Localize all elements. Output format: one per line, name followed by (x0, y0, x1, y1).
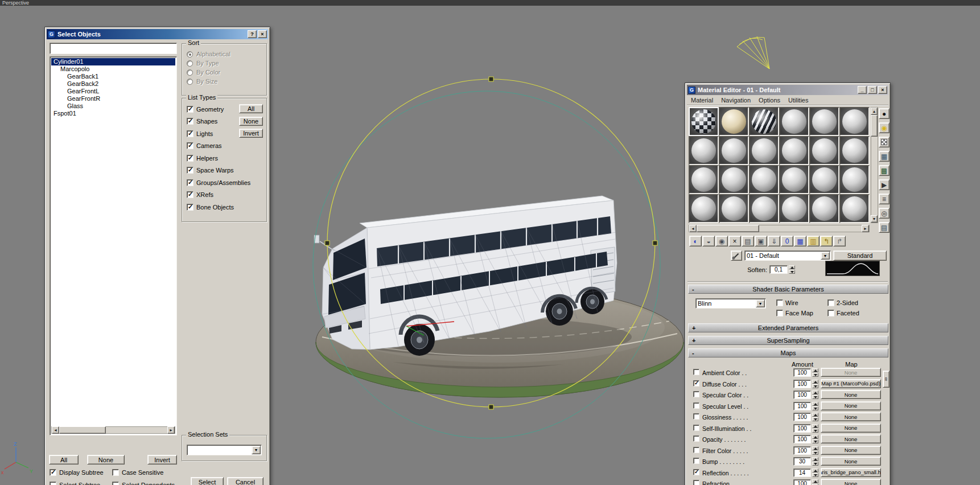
checkbox-case-sensitive[interactable] (112, 469, 119, 476)
radio-by-size[interactable] (187, 79, 193, 85)
spin-up-icon[interactable] (812, 380, 818, 384)
object-list[interactable]: Cylinder01MarcopoloGearBack1GearBack2Gea… (50, 56, 177, 435)
checkbox-map-diffuse-color[interactable] (693, 380, 699, 387)
spin-down-icon[interactable] (812, 473, 818, 477)
spin-down-icon[interactable] (812, 429, 818, 433)
all-button[interactable]: All (239, 104, 263, 113)
checkbox-map-glossiness[interactable] (693, 413, 699, 420)
map-button-bump[interactable]: None (821, 457, 881, 466)
spin-up-icon[interactable] (812, 457, 818, 461)
checkbox-map-refraction[interactable] (693, 480, 699, 485)
sort-option-by-type[interactable]: By Type (187, 59, 264, 68)
checkbox-cameras[interactable] (187, 142, 193, 149)
sort-option-by-color[interactable]: By Color (187, 68, 264, 77)
checkbox-helpers[interactable] (187, 155, 193, 162)
spin-down-icon[interactable] (812, 395, 818, 399)
selection-sets-dropdown[interactable]: ▼ (187, 445, 262, 455)
spin-up-icon[interactable] (812, 402, 818, 406)
checkbox-map-reflection[interactable] (693, 469, 699, 475)
value-spinner[interactable] (812, 402, 818, 410)
spin-up-icon[interactable] (812, 368, 818, 372)
spin-down-icon[interactable] (812, 451, 818, 455)
amount-field[interactable]: 100 (793, 413, 811, 421)
checkbox-select-dependents[interactable] (112, 482, 119, 485)
map-button-glossiness[interactable]: None (821, 412, 881, 421)
checkbox-geometry[interactable] (187, 106, 193, 113)
checkbox-select-subtree[interactable] (50, 482, 56, 485)
amount-field[interactable]: 100 (793, 479, 811, 485)
map-button-ambient-color[interactable]: None (821, 368, 881, 377)
all-button[interactable]: All (49, 455, 79, 465)
none-button[interactable]: None (87, 455, 125, 465)
sort-option-alphabetical[interactable]: Alphabetical (187, 50, 264, 59)
amount-field[interactable]: 100 (793, 391, 811, 399)
bus-model[interactable] (314, 196, 632, 356)
amount-field[interactable]: 100 (793, 446, 811, 455)
value-spinner[interactable] (812, 368, 818, 377)
list-item-gearfrontr[interactable]: GearFrontR (51, 95, 175, 102)
scrollbar-thumb[interactable] (59, 426, 106, 434)
ambient-diffuse-lock-icon[interactable]: ∞ (883, 371, 890, 388)
close-button[interactable]: × (258, 30, 267, 38)
none-button[interactable]: None (239, 117, 263, 126)
amount-field[interactable]: 100 (793, 402, 811, 410)
map-button-refraction[interactable]: None (821, 479, 881, 485)
value-spinner[interactable] (812, 468, 818, 477)
select-objects-dialog[interactable]: G Select Objects ? × Cylinder01Marcopolo… (44, 27, 270, 485)
radio-by-color[interactable] (187, 69, 193, 76)
value-spinner[interactable] (812, 380, 818, 388)
spin-up-icon[interactable] (812, 479, 818, 483)
checkbox-bone-objects[interactable] (187, 204, 193, 211)
checkbox-space-warps[interactable] (187, 167, 193, 174)
object-name-filter-input[interactable] (50, 43, 177, 54)
value-spinner[interactable] (812, 413, 818, 421)
chevron-down-icon[interactable]: ▼ (252, 446, 261, 454)
checkbox-groups-assemblies[interactable] (187, 179, 193, 186)
amount-field[interactable]: 14 (793, 468, 811, 477)
value-spinner[interactable] (812, 457, 818, 466)
checkbox-lights[interactable] (187, 130, 193, 137)
select-dialog-titlebar[interactable]: G Select Objects ? × (47, 29, 268, 39)
viewport-label[interactable]: Perspective (2, 0, 29, 6)
list-item-gearback2[interactable]: GearBack2 (51, 80, 175, 88)
map-button-diffuse-color[interactable]: Map #1 (MarcoPolo.psd) (821, 379, 881, 388)
checkbox-map-ambient-color[interactable] (693, 369, 699, 375)
value-spinner[interactable] (812, 424, 818, 433)
amount-field[interactable]: 100 (793, 435, 811, 443)
spin-up-icon[interactable] (812, 435, 818, 439)
list-item-glass[interactable]: Glass (51, 102, 175, 110)
sort-option-by-size[interactable]: By Size (187, 77, 264, 86)
spin-up-icon[interactable] (812, 391, 818, 394)
map-button-reflection[interactable]: (paris_bridge_pano_small.hdr) (821, 468, 881, 477)
spin-down-icon[interactable] (812, 462, 818, 466)
spin-down-icon[interactable] (812, 373, 818, 377)
invert-button[interactable]: Invert (147, 455, 177, 465)
map-button-specular-level[interactable]: None (821, 401, 881, 410)
value-spinner[interactable] (812, 391, 818, 399)
amount-field[interactable]: 100 (793, 380, 811, 388)
list-item-cylinder01[interactable]: Cylinder01 (51, 58, 175, 65)
spin-down-icon[interactable] (812, 417, 818, 421)
spin-up-icon[interactable] (812, 468, 818, 472)
spin-down-icon[interactable] (812, 439, 818, 443)
map-button-self-illumination[interactable]: None (821, 424, 881, 433)
amount-field[interactable]: 100 (793, 424, 811, 433)
checkbox-map-bump[interactable] (693, 458, 699, 464)
checkbox-xrefs[interactable] (187, 191, 193, 198)
spin-up-icon[interactable] (812, 424, 818, 428)
spotlight-gizmo[interactable] (737, 36, 769, 69)
spin-up-icon[interactable] (812, 446, 818, 450)
scroll-right-icon[interactable]: ► (167, 426, 175, 434)
checkbox-map-opacity[interactable] (693, 435, 699, 442)
list-item-gearback1[interactable]: GearBack1 (51, 73, 175, 80)
material-editor-window[interactable]: G Material Editor - 01 - Default _ □ × M… (685, 83, 891, 485)
amount-field[interactable]: 100 (793, 368, 811, 377)
checkbox-map-specular-level[interactable] (693, 402, 699, 409)
map-button-opacity[interactable]: None (821, 434, 881, 443)
amount-field[interactable]: 30 (793, 457, 811, 466)
value-spinner[interactable] (812, 446, 818, 455)
select-button[interactable]: Select (191, 477, 224, 485)
value-spinner[interactable] (812, 479, 818, 485)
spin-up-icon[interactable] (812, 413, 818, 417)
radio-alphabetical[interactable] (187, 51, 193, 57)
